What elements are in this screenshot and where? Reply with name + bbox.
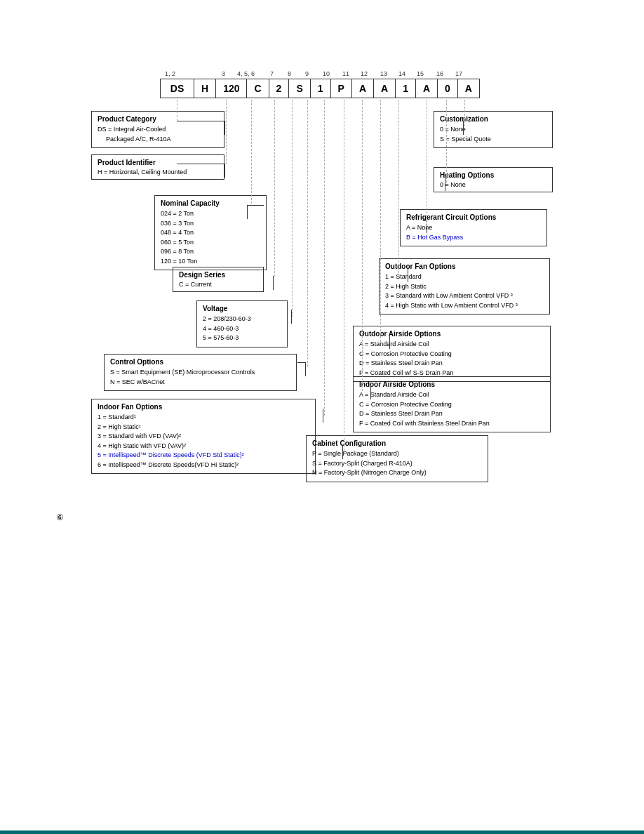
- col-num-17: 17: [455, 70, 462, 77]
- control-n: N = SEC w/BACnet: [110, 378, 290, 388]
- nominal-capacity-box: Nominal Capacity 024 = 2 Ton 036 = 3 Ton…: [154, 195, 267, 270]
- col-num-15: 15: [417, 70, 424, 77]
- line-design-series: [273, 276, 274, 290]
- indoor-airside-title: Indoor Airside Options: [359, 380, 544, 388]
- fan-1: 1 = Standard¹: [98, 413, 309, 423]
- in-air-c: C = Corrosion Protective Coating: [359, 400, 544, 410]
- out-air-d: D = Stainless Steel Drain Pan: [359, 359, 544, 369]
- line-outdoor-fan: [408, 268, 408, 282]
- indoor-airside-box: Indoor Airside Options A = Standard Airs…: [353, 376, 551, 432]
- fan-3: 3 = Standard with VFD (VAV)²: [98, 432, 309, 442]
- heating-options-box: Heating Options 0 = None: [434, 167, 553, 192]
- connector-1b: [398, 100, 399, 277]
- product-category-item1: DS = Integral Air-Cooled: [98, 125, 218, 135]
- design-series-box: Design Series C = Current: [173, 267, 264, 292]
- in-air-d: D = Stainless Steel Drain Pan: [359, 409, 544, 419]
- line-prod-id: [224, 164, 225, 178]
- refrigerant-circuit-box: Refrigerant Circuit Options A = None B =…: [400, 209, 547, 246]
- product-identifier-box: Product Identifier H = Horizontal, Ceili…: [91, 154, 224, 180]
- nominal-cap-120: 120 = 10 Ton: [161, 257, 260, 267]
- nominal-cap-036: 036 = 3 Ton: [161, 219, 260, 229]
- voltage-box: Voltage 2 = 208/230-60-3 4 = 460-60-3 5 …: [196, 300, 288, 348]
- col-num-9: 9: [305, 70, 309, 77]
- connector-0: [446, 100, 447, 183]
- heating-0: 0 = None: [440, 181, 546, 188]
- footnote: ⑥: [56, 512, 64, 522]
- outdoor-airside-title: Outdoor Airside Options: [359, 330, 544, 338]
- control-s: S = Smart Equipment (SE) Microprocessor …: [110, 368, 290, 378]
- line-cabinet: [342, 445, 343, 459]
- out-air-c: C = Corrosion Protective Coating: [359, 350, 544, 359]
- cab-n: N = Factory-Split (Nitrogen Charge Only): [312, 468, 482, 478]
- product-identifier-item1: H = Horizontal, Ceiling Mounted: [98, 168, 218, 176]
- cabinet-config-box: Cabinet Configuration P = Single Package…: [306, 435, 488, 482]
- connector-a4: [464, 100, 465, 126]
- model-code-h: H: [194, 79, 216, 98]
- voltage-2: 2 = 208/230-60-3: [203, 315, 281, 324]
- connector-s: [307, 100, 308, 366]
- connector-c: [274, 100, 275, 277]
- nominal-capacity-title: Nominal Capacity: [161, 199, 260, 207]
- line-control: [305, 362, 306, 376]
- indoor-fan-title: Indoor Fan Options: [98, 403, 309, 411]
- page-container: 1, 2 3 4, 5, 6 7 8 9 10 11 12 13 14 15 1…: [0, 0, 644, 834]
- connector-120: [251, 100, 252, 204]
- customization-title: Customization: [440, 115, 546, 123]
- model-code-2: 2: [269, 79, 290, 98]
- in-air-f: F = Coated Coil with Stainless Steel Dra…: [359, 419, 544, 429]
- col-num-16: 16: [436, 70, 443, 77]
- col-num-13: 13: [380, 70, 387, 77]
- product-identifier-title: Product Identifier: [98, 159, 218, 166]
- nominal-cap-060: 060 = 5 Ton: [161, 238, 260, 248]
- in-air-a: A = Standard Airside Coil: [359, 390, 544, 400]
- bottom-bar: [0, 830, 644, 834]
- connector-p: [344, 100, 344, 454]
- model-code-c: C: [247, 79, 269, 98]
- line-outdoor-airside: [389, 335, 390, 349]
- nominal-cap-096: 096 = 8 Ton: [161, 247, 260, 257]
- control-options-title: Control Options: [110, 358, 290, 366]
- line-product-cat: [224, 121, 225, 135]
- outdoor-fan-options-box: Outdoor Fan Options 1 = Standard 2 = Hig…: [379, 258, 550, 315]
- design-series-title: Design Series: [179, 271, 257, 279]
- connector-a3: [427, 100, 427, 227]
- connector-a1: [362, 100, 363, 391]
- custom-s: S = Special Quote: [440, 135, 546, 145]
- line-product-cat-h: [177, 121, 224, 121]
- customization-box: Customization 0 = None S = Special Quote: [434, 111, 553, 148]
- col-num-8: 8: [288, 70, 291, 77]
- product-category-box: Product Category DS = Integral Air-Coole…: [91, 111, 224, 148]
- voltage-4: 4 = 460-60-3: [203, 324, 281, 334]
- nominal-cap-024: 024 = 2 Ton: [161, 209, 260, 219]
- model-code-a2: A: [374, 79, 396, 98]
- line-indoor-airside: [370, 385, 371, 399]
- heating-title: Heating Options: [440, 171, 546, 179]
- fan-6: 6 = Intellispeed™ Discrete Speeds(VFD Hi…: [98, 461, 309, 470]
- cabinet-config-title: Cabinet Configuration: [312, 439, 482, 447]
- fan-4: 4 = High Static with VFD (VAV)²: [98, 442, 309, 451]
- line-custom: [463, 121, 464, 135]
- line-nominal-cap-h: [247, 205, 264, 206]
- model-code-120: 120: [216, 79, 247, 98]
- connector-1: [324, 100, 325, 416]
- connector-2: [292, 100, 293, 317]
- out-fan-1: 1 = Standard: [385, 272, 544, 282]
- voltage-5: 5 = 575-60-3: [203, 333, 281, 343]
- connector-ds: [177, 100, 177, 121]
- model-code-p: P: [331, 79, 352, 98]
- model-code-1b: 1: [396, 79, 416, 98]
- connector-h: [226, 100, 227, 164]
- voltage-title: Voltage: [203, 305, 281, 312]
- line-indoor-fan: [323, 409, 323, 423]
- model-number-display: DS H 120 C 2 S 1 P A A 1 A 0 A: [160, 79, 480, 98]
- nominal-cap-048: 048 = 4 Ton: [161, 228, 260, 238]
- connector-a2: [380, 100, 381, 342]
- model-code-ds: DS: [161, 79, 194, 98]
- col-num-456: 4, 5, 6: [237, 70, 255, 77]
- outdoor-fan-title: Outdoor Fan Options: [385, 263, 544, 270]
- col-num-10: 10: [323, 70, 330, 77]
- refrig-b: B = Hot Gas Bypass: [406, 233, 541, 243]
- control-options-box: Control Options S = Smart Equipment (SE)…: [104, 354, 297, 391]
- line-control-h: [297, 362, 305, 363]
- col-num-7: 7: [270, 70, 274, 77]
